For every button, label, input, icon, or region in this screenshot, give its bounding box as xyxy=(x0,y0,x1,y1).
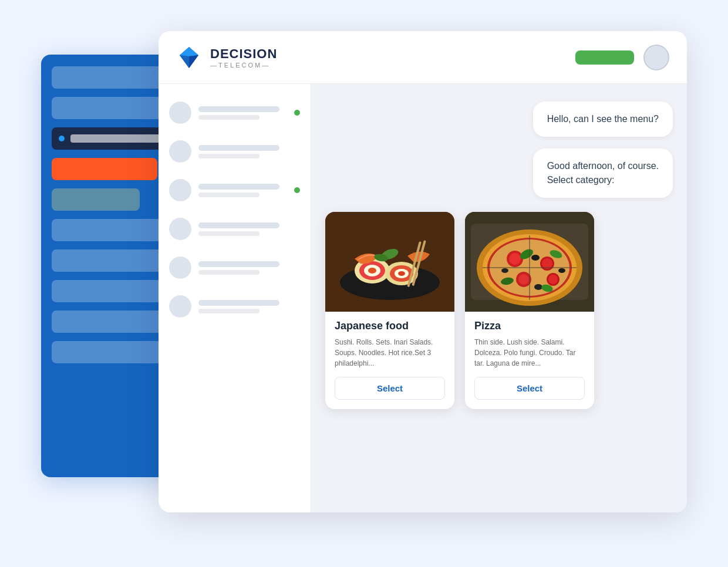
contact-item[interactable] xyxy=(159,248,311,287)
sushi-image xyxy=(325,212,454,312)
header-cta-button[interactable] xyxy=(575,50,634,65)
japanese-card-title: Japanese food xyxy=(335,320,445,332)
header: DECISION —TELECOM— xyxy=(159,31,687,84)
contact-avatar xyxy=(169,179,191,201)
bot-message-bubble: Good afternoon, of course.Select categor… xyxy=(533,148,673,198)
svg-point-25 xyxy=(509,253,521,265)
svg-marker-3 xyxy=(180,55,189,68)
contact-info xyxy=(198,300,300,313)
contact-msg-bar xyxy=(198,115,259,120)
contact-info xyxy=(198,106,300,120)
svg-point-31 xyxy=(548,275,558,284)
contact-item[interactable] xyxy=(159,93,311,132)
bot-message-text: Good afternoon, of course.Select categor… xyxy=(547,161,659,185)
contact-avatar xyxy=(169,295,191,318)
japanese-card-body: Japanese food Sushi. Rolls. Sets. Inari … xyxy=(325,312,454,409)
contact-msg-bar xyxy=(198,270,259,275)
brand-name: DECISION xyxy=(210,46,277,62)
contact-msg-bar xyxy=(198,309,259,313)
sidebar-item-teal[interactable] xyxy=(52,188,140,211)
contact-name-bar xyxy=(198,184,279,190)
contact-item[interactable] xyxy=(159,132,311,171)
food-cards-row: Japanese food Sushi. Rolls. Sets. Inari … xyxy=(325,212,594,409)
japanese-select-button[interactable]: Select xyxy=(335,377,445,400)
svg-point-32 xyxy=(531,255,540,261)
contact-item[interactable] xyxy=(159,171,311,210)
japanese-card-desc: Sushi. Rolls. Sets. Inari Salads. Soups.… xyxy=(335,337,445,369)
svg-point-9 xyxy=(368,268,376,274)
contacts-panel xyxy=(159,84,311,512)
contact-name-bar xyxy=(198,145,279,151)
body: Hello, can I see the menu? Good afternoo… xyxy=(159,84,687,512)
logo-text: DECISION —TELECOM— xyxy=(210,46,277,69)
main-panel: DECISION —TELECOM— xyxy=(159,31,687,512)
contact-avatar xyxy=(169,256,191,279)
pizza-image xyxy=(465,212,594,312)
contact-info xyxy=(198,261,300,275)
chat-area: Hello, can I see the menu? Good afternoo… xyxy=(311,84,687,512)
contact-msg-bar xyxy=(198,193,259,197)
contact-avatar xyxy=(169,102,191,124)
contact-info xyxy=(198,222,300,236)
svg-point-29 xyxy=(518,274,529,285)
logo-area: DECISION —TELECOM— xyxy=(176,45,277,70)
scene: DECISION —TELECOM— xyxy=(41,31,687,536)
online-indicator xyxy=(294,187,300,193)
pizza-select-button[interactable]: Select xyxy=(474,377,585,400)
contact-item[interactable] xyxy=(159,210,311,248)
logo-icon xyxy=(176,45,202,70)
pizza-card-body: Pizza Thin side. Lush side. Salami. Dolc… xyxy=(465,312,594,409)
contact-msg-bar xyxy=(198,154,259,158)
online-indicator xyxy=(294,110,300,116)
svg-point-35 xyxy=(534,284,542,290)
contact-name-bar xyxy=(198,261,279,267)
user-message-text: Hello, can I see the menu? xyxy=(547,114,659,124)
contact-name-bar xyxy=(198,222,279,228)
contact-item[interactable] xyxy=(159,287,311,326)
svg-marker-2 xyxy=(189,55,198,68)
svg-point-13 xyxy=(398,271,405,276)
svg-marker-1 xyxy=(180,47,198,56)
user-message-bubble: Hello, can I see the menu? xyxy=(533,102,673,137)
pizza-card-title: Pizza xyxy=(474,320,585,332)
contact-name-bar xyxy=(198,300,279,306)
contact-avatar xyxy=(169,218,191,240)
svg-point-34 xyxy=(558,268,565,273)
user-avatar[interactable] xyxy=(643,45,669,70)
contact-avatar xyxy=(169,140,191,163)
pizza-card-desc: Thin side. Lush side. Salami. Dolceza. P… xyxy=(474,337,585,369)
svg-point-33 xyxy=(501,268,508,273)
pizza-card: Pizza Thin side. Lush side. Salami. Dolc… xyxy=(465,212,594,409)
contact-info xyxy=(198,184,300,197)
brand-sub: —TELECOM— xyxy=(210,62,277,69)
contact-name-bar xyxy=(198,106,279,112)
header-right xyxy=(575,45,669,70)
contact-info xyxy=(198,145,300,158)
active-indicator xyxy=(59,136,65,141)
contact-msg-bar xyxy=(198,231,259,236)
japanese-food-card: Japanese food Sushi. Rolls. Sets. Inari … xyxy=(325,212,454,409)
sidebar-item-orange[interactable] xyxy=(52,158,157,180)
